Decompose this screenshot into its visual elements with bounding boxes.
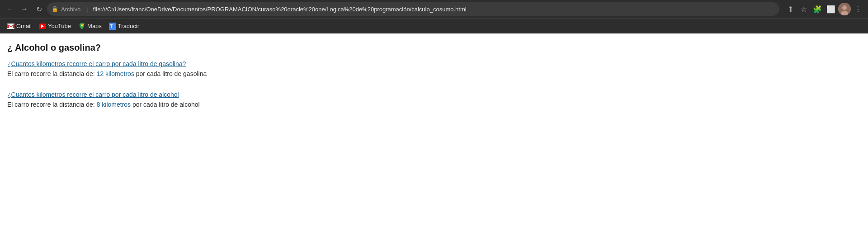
bookmark-maps-label: Maps — [87, 23, 102, 29]
answer-alcohol: El carro recorre la distancia de: 8 kilo… — [7, 101, 861, 108]
back-button[interactable]: ← — [4, 3, 16, 15]
profile-avatar[interactable] — [838, 3, 851, 15]
gmail-icon — [7, 23, 14, 30]
archivo-label: Archivo — [61, 6, 80, 13]
svg-point-1 — [842, 5, 847, 10]
more-icon: ⋮ — [854, 5, 862, 14]
extensions-button[interactable]: 🧩 — [811, 3, 824, 15]
answer-gasoline-suffix: por cada litro de gasolina — [134, 70, 207, 77]
svg-text:T: T — [110, 24, 113, 29]
bookmark-traducir-label: Traducir — [118, 23, 139, 29]
answer-alcohol-prefix: El carro recorre la distancia de: — [7, 101, 97, 108]
answer-alcohol-highlight: 8 kilometros — [97, 101, 131, 108]
bookmark-button[interactable]: ☆ — [797, 3, 810, 15]
reload-icon: ↻ — [36, 5, 42, 14]
forward-icon: → — [21, 5, 28, 13]
share-button[interactable]: ⬆ — [784, 3, 797, 15]
answer-alcohol-suffix: por cada litro de alcohol — [131, 101, 200, 108]
answer-gasoline-highlight: 12 kilometros — [97, 70, 134, 77]
lock-icon: 🔒 — [52, 6, 58, 12]
question-alcohol: ¿Cuantos kilometros recorre el carro por… — [7, 91, 861, 98]
avatar-image — [838, 3, 851, 15]
maps-icon — [78, 23, 85, 30]
page-title: ¿ Alcohol o gasolina? — [7, 43, 861, 53]
browser-chrome: ← → ↻ 🔒 Archivo | file:///C:/Users/franc… — [0, 0, 868, 33]
share-icon: ⬆ — [788, 5, 793, 14]
extensions-icon: 🧩 — [813, 5, 822, 14]
window-icon: ⬜ — [826, 5, 835, 14]
section-alcohol: ¿Cuantos kilometros recorre el carro por… — [7, 91, 861, 108]
answer-gasoline-prefix: El carro recorre la distancia de: — [7, 70, 97, 77]
forward-button[interactable]: → — [18, 3, 31, 15]
youtube-icon — [39, 23, 46, 30]
back-icon: ← — [6, 5, 14, 13]
address-separator: | — [87, 6, 88, 13]
reload-button[interactable]: ↻ — [33, 3, 45, 15]
bookmark-gmail-label: Gmail — [16, 23, 32, 29]
bookmark-maps[interactable]: Maps — [75, 21, 105, 32]
star-icon: ☆ — [801, 5, 807, 14]
bookmark-youtube-label: YouTube — [48, 23, 71, 29]
section-gasoline: ¿Cuantos kilometros recorre el carro por… — [7, 60, 861, 77]
translate-icon: T — [109, 23, 116, 30]
address-url-text: file:///C:/Users/franc/OneDrive/Document… — [93, 6, 775, 13]
bookmark-gmail[interactable]: Gmail — [4, 21, 35, 32]
question-gasoline: ¿Cuantos kilometros recorre el carro por… — [7, 60, 861, 67]
answer-gasoline: El carro recorre la distancia de: 12 kil… — [7, 70, 861, 77]
page-content: ¿ Alcohol o gasolina? ¿Cuantos kilometro… — [0, 33, 868, 228]
bookmark-youtube[interactable]: YouTube — [35, 21, 75, 32]
navigation-bar: ← → ↻ 🔒 Archivo | file:///C:/Users/franc… — [0, 0, 868, 18]
bookmarks-bar: Gmail YouTube Maps T — [0, 18, 868, 33]
bookmark-traducir[interactable]: T Traducir — [105, 21, 143, 32]
address-bar[interactable]: 🔒 Archivo | file:///C:/Users/franc/OneDr… — [47, 2, 779, 16]
toolbar-icons: ⬆ ☆ 🧩 ⬜ ⋮ — [784, 3, 864, 15]
more-button[interactable]: ⋮ — [852, 3, 864, 15]
window-button[interactable]: ⬜ — [825, 3, 837, 15]
